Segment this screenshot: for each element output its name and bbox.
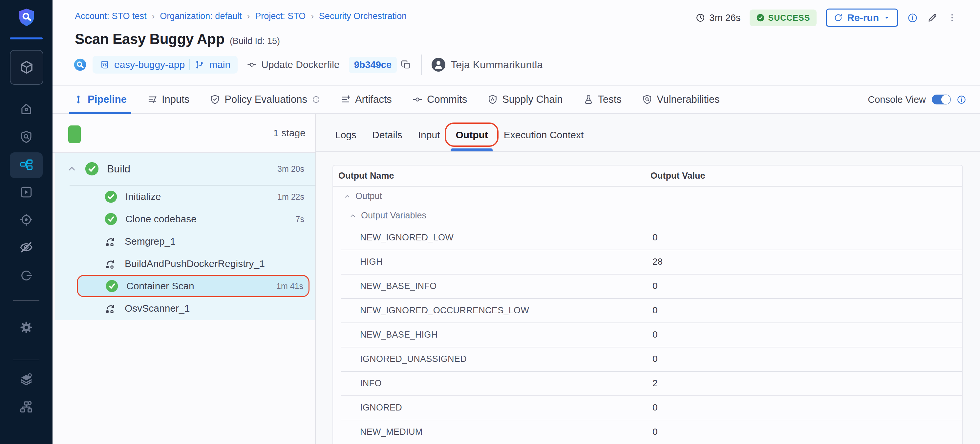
- kebab-menu-icon[interactable]: [947, 12, 957, 23]
- breadcrumb-account[interactable]: Account: STO test: [75, 11, 147, 21]
- step-name: Container Scan: [126, 281, 194, 292]
- page-header: Account: STO test › Organization: defaul…: [52, 0, 980, 86]
- caret-down-icon: [883, 14, 891, 22]
- flask-icon: [583, 94, 594, 105]
- info-icon[interactable]: [907, 13, 918, 23]
- branch-icon: [195, 60, 204, 70]
- tab-inputs[interactable]: Inputs: [147, 86, 189, 113]
- output-name: NEW_MEDIUM: [360, 427, 423, 437]
- step-row-osv-scanner[interactable]: OsvScanner_1: [55, 297, 315, 319]
- console-view-toggle[interactable]: [932, 94, 951, 104]
- output-name: IGNORED_UNASSIGNED: [360, 354, 467, 364]
- skipped-step-icon: [104, 235, 117, 248]
- breadcrumb-project[interactable]: Project: STO: [255, 11, 305, 21]
- pipeline-icon: [73, 94, 83, 104]
- tab-policy-evaluations[interactable]: Policy Evaluations: [210, 86, 320, 113]
- step-name: Semgrep_1: [125, 236, 176, 247]
- success-check-icon: [104, 212, 118, 225]
- output-name: IGNORED: [360, 402, 402, 413]
- column-header-output-value: Output Value: [651, 171, 705, 181]
- step-detail-panel: Logs Details Input Output Execution Cont…: [316, 114, 980, 444]
- run-duration-value: 3m 26s: [709, 13, 740, 23]
- breadcrumb-separator: ›: [152, 11, 155, 21]
- tab-pipeline[interactable]: Pipeline: [73, 86, 127, 113]
- clock-icon: [695, 13, 705, 23]
- status-badge-label: SUCCESS: [768, 13, 810, 23]
- step-row-build-and-push[interactable]: BuildAndPushDockerRegistry_1: [55, 252, 315, 275]
- module-selector-cube-icon[interactable]: [10, 50, 43, 85]
- group-label: Output: [355, 191, 382, 201]
- output-value: 2: [652, 378, 658, 388]
- pipelines-icon[interactable]: [10, 152, 43, 178]
- harness-pipeline-execution-page: Account: STO test › Organization: defaul…: [0, 0, 980, 444]
- stage-panel: 1 stage Build 3m 20s: [52, 114, 316, 444]
- stage-count: 1 stage: [274, 128, 305, 139]
- module-layers-gear-icon[interactable]: [10, 366, 43, 392]
- column-header-output-name: Output Name: [338, 171, 394, 181]
- avatar: [431, 58, 445, 72]
- getting-started-power-icon[interactable]: [10, 263, 43, 288]
- table-row: HIGH 28: [333, 249, 962, 274]
- status-badge: SUCCESS: [749, 10, 816, 26]
- home-icon[interactable]: [10, 96, 43, 121]
- rerun-button[interactable]: Re-run: [826, 8, 898, 27]
- tab-supply-chain[interactable]: Supply Chain: [487, 86, 563, 113]
- tab-label: Artifacts: [355, 94, 392, 105]
- tab-label: Pipeline: [88, 94, 127, 105]
- tab-label: Vulnerabilities: [657, 94, 720, 105]
- detail-tab-details[interactable]: Details: [372, 118, 402, 152]
- tab-tests[interactable]: Tests: [583, 86, 622, 113]
- executions-play-icon[interactable]: [10, 179, 43, 205]
- targets-icon[interactable]: [10, 207, 43, 233]
- breadcrumb-organization[interactable]: Organization: default: [160, 11, 242, 21]
- output-value: 0: [652, 232, 658, 243]
- stage-panel-header: 1 stage: [52, 114, 315, 153]
- inputs-icon: [147, 94, 158, 105]
- edit-pencil-icon[interactable]: [927, 12, 938, 23]
- detail-tab-output[interactable]: Output: [456, 118, 488, 152]
- info-icon[interactable]: [957, 95, 966, 104]
- repository-icon: [100, 60, 110, 70]
- commit-sha[interactable]: 9b349ce: [349, 57, 397, 73]
- commit-icon: [247, 60, 257, 70]
- copy-icon[interactable]: [401, 59, 411, 70]
- chevron-up-icon[interactable]: [66, 163, 78, 174]
- step-duration: 1m 41s: [276, 281, 303, 291]
- detail-tab-execution-context[interactable]: Execution Context: [504, 118, 584, 152]
- settings-gear-icon[interactable]: [10, 315, 43, 340]
- chevron-up-icon[interactable]: [348, 211, 357, 220]
- step-name: OsvScanner_1: [125, 303, 190, 314]
- execution-tabbar: Pipeline Inputs Policy Evaluations: [52, 86, 980, 114]
- step-row-clone-codebase[interactable]: Clone codebase 7s: [55, 208, 315, 230]
- table-row: INFO 2: [333, 371, 962, 395]
- organization-network-gear-icon[interactable]: [10, 394, 43, 420]
- output-table-header: Output Name Output Value: [333, 166, 962, 187]
- branch-name: main: [209, 59, 231, 70]
- pill-divider: [189, 59, 190, 70]
- stage-row-build[interactable]: Build 3m 20s: [55, 153, 315, 185]
- rerun-label: Re-run: [847, 12, 879, 23]
- exemptions-eye-slash-icon[interactable]: [10, 235, 43, 260]
- repo-branch-pill[interactable]: easy-buggy-app main: [92, 56, 238, 73]
- tab-vulnerabilities[interactable]: Vulnerabilities: [642, 86, 720, 113]
- output-value: 0: [652, 329, 658, 340]
- list-plus-icon: [340, 94, 351, 105]
- tree-group-output[interactable]: Output: [333, 187, 962, 206]
- detail-tab-input[interactable]: Input: [418, 118, 440, 152]
- detail-tab-logs[interactable]: Logs: [335, 118, 356, 152]
- rail-divider: [13, 359, 40, 360]
- group-label: Output Variables: [361, 211, 426, 221]
- tab-commits[interactable]: Commits: [412, 86, 467, 113]
- step-row-container-scan[interactable]: Container Scan 1m 41s: [77, 275, 310, 297]
- table-row: NEW_BASE_INFO 0: [333, 274, 962, 298]
- breadcrumb-module[interactable]: Security Orchestration: [319, 11, 407, 21]
- chevron-up-icon[interactable]: [343, 192, 352, 201]
- breadcrumb: Account: STO test › Organization: defaul…: [75, 11, 407, 21]
- output-value: 0: [652, 402, 658, 413]
- step-row-semgrep[interactable]: Semgrep_1: [55, 230, 315, 252]
- skipped-step-icon: [104, 257, 117, 270]
- scans-shield-search-icon[interactable]: [10, 124, 43, 150]
- step-row-initialize[interactable]: Initialize 1m 22s: [55, 185, 315, 208]
- tree-group-output-variables[interactable]: Output Variables: [333, 206, 962, 225]
- tab-artifacts[interactable]: Artifacts: [340, 86, 392, 113]
